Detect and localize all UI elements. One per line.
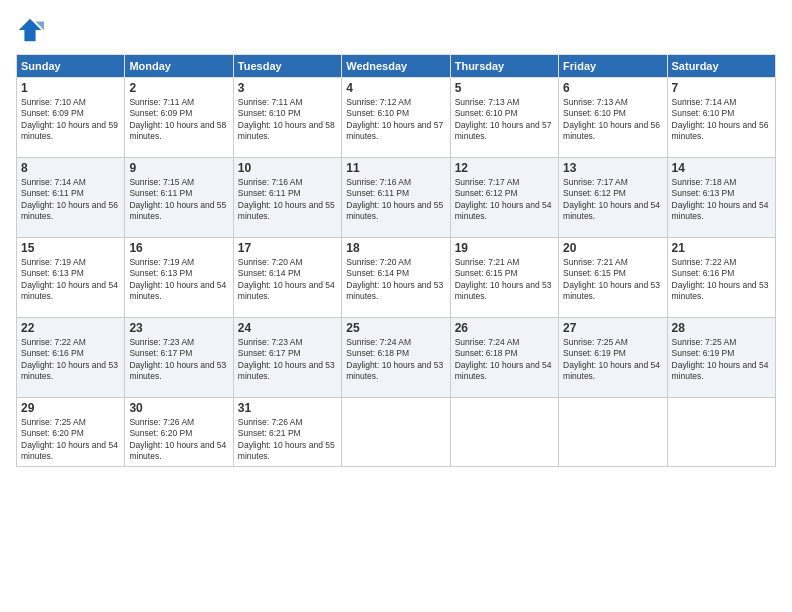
calendar-cell: 24 Sunrise: 7:23 AM Sunset: 6:17 PM Dayl…	[233, 318, 341, 398]
week-row-1: 1 Sunrise: 7:10 AM Sunset: 6:09 PM Dayli…	[17, 78, 776, 158]
day-info: Sunrise: 7:13 AM Sunset: 6:10 PM Dayligh…	[455, 97, 554, 143]
day-number: 16	[129, 241, 228, 255]
calendar-cell: 4 Sunrise: 7:12 AM Sunset: 6:10 PM Dayli…	[342, 78, 450, 158]
day-number: 13	[563, 161, 662, 175]
calendar-cell: 5 Sunrise: 7:13 AM Sunset: 6:10 PM Dayli…	[450, 78, 558, 158]
day-info: Sunrise: 7:18 AM Sunset: 6:13 PM Dayligh…	[672, 177, 771, 223]
day-number: 27	[563, 321, 662, 335]
calendar-header-row: SundayMondayTuesdayWednesdayThursdayFrid…	[17, 55, 776, 78]
calendar-cell: 26 Sunrise: 7:24 AM Sunset: 6:18 PM Dayl…	[450, 318, 558, 398]
calendar-cell: 12 Sunrise: 7:17 AM Sunset: 6:12 PM Dayl…	[450, 158, 558, 238]
day-info: Sunrise: 7:19 AM Sunset: 6:13 PM Dayligh…	[21, 257, 120, 303]
day-info: Sunrise: 7:11 AM Sunset: 6:09 PM Dayligh…	[129, 97, 228, 143]
calendar-cell: 3 Sunrise: 7:11 AM Sunset: 6:10 PM Dayli…	[233, 78, 341, 158]
day-number: 12	[455, 161, 554, 175]
calendar-cell	[667, 398, 775, 467]
day-info: Sunrise: 7:14 AM Sunset: 6:11 PM Dayligh…	[21, 177, 120, 223]
header-sunday: Sunday	[17, 55, 125, 78]
day-info: Sunrise: 7:21 AM Sunset: 6:15 PM Dayligh…	[563, 257, 662, 303]
calendar-cell	[559, 398, 667, 467]
calendar-cell: 1 Sunrise: 7:10 AM Sunset: 6:09 PM Dayli…	[17, 78, 125, 158]
day-info: Sunrise: 7:16 AM Sunset: 6:11 PM Dayligh…	[346, 177, 445, 223]
calendar-cell: 30 Sunrise: 7:26 AM Sunset: 6:20 PM Dayl…	[125, 398, 233, 467]
day-info: Sunrise: 7:17 AM Sunset: 6:12 PM Dayligh…	[563, 177, 662, 223]
day-number: 2	[129, 81, 228, 95]
logo	[16, 16, 48, 44]
day-info: Sunrise: 7:20 AM Sunset: 6:14 PM Dayligh…	[238, 257, 337, 303]
day-number: 15	[21, 241, 120, 255]
day-info: Sunrise: 7:24 AM Sunset: 6:18 PM Dayligh…	[455, 337, 554, 383]
day-number: 10	[238, 161, 337, 175]
day-number: 3	[238, 81, 337, 95]
calendar-cell: 28 Sunrise: 7:25 AM Sunset: 6:19 PM Dayl…	[667, 318, 775, 398]
calendar-cell: 17 Sunrise: 7:20 AM Sunset: 6:14 PM Dayl…	[233, 238, 341, 318]
day-info: Sunrise: 7:11 AM Sunset: 6:10 PM Dayligh…	[238, 97, 337, 143]
calendar-cell: 31 Sunrise: 7:26 AM Sunset: 6:21 PM Dayl…	[233, 398, 341, 467]
calendar-table: SundayMondayTuesdayWednesdayThursdayFrid…	[16, 54, 776, 467]
header-friday: Friday	[559, 55, 667, 78]
day-info: Sunrise: 7:24 AM Sunset: 6:18 PM Dayligh…	[346, 337, 445, 383]
day-number: 25	[346, 321, 445, 335]
day-number: 11	[346, 161, 445, 175]
calendar-cell: 9 Sunrise: 7:15 AM Sunset: 6:11 PM Dayli…	[125, 158, 233, 238]
day-info: Sunrise: 7:23 AM Sunset: 6:17 PM Dayligh…	[238, 337, 337, 383]
day-number: 4	[346, 81, 445, 95]
header-thursday: Thursday	[450, 55, 558, 78]
day-number: 5	[455, 81, 554, 95]
day-info: Sunrise: 7:10 AM Sunset: 6:09 PM Dayligh…	[21, 97, 120, 143]
day-number: 23	[129, 321, 228, 335]
calendar-cell: 20 Sunrise: 7:21 AM Sunset: 6:15 PM Dayl…	[559, 238, 667, 318]
day-info: Sunrise: 7:19 AM Sunset: 6:13 PM Dayligh…	[129, 257, 228, 303]
calendar-cell: 25 Sunrise: 7:24 AM Sunset: 6:18 PM Dayl…	[342, 318, 450, 398]
day-number: 6	[563, 81, 662, 95]
day-info: Sunrise: 7:22 AM Sunset: 6:16 PM Dayligh…	[672, 257, 771, 303]
week-row-3: 15 Sunrise: 7:19 AM Sunset: 6:13 PM Dayl…	[17, 238, 776, 318]
day-number: 9	[129, 161, 228, 175]
calendar-cell: 8 Sunrise: 7:14 AM Sunset: 6:11 PM Dayli…	[17, 158, 125, 238]
day-number: 1	[21, 81, 120, 95]
calendar-cell: 19 Sunrise: 7:21 AM Sunset: 6:15 PM Dayl…	[450, 238, 558, 318]
calendar-cell: 27 Sunrise: 7:25 AM Sunset: 6:19 PM Dayl…	[559, 318, 667, 398]
week-row-4: 22 Sunrise: 7:22 AM Sunset: 6:16 PM Dayl…	[17, 318, 776, 398]
day-number: 22	[21, 321, 120, 335]
header-tuesday: Tuesday	[233, 55, 341, 78]
day-number: 14	[672, 161, 771, 175]
header-wednesday: Wednesday	[342, 55, 450, 78]
calendar-cell: 2 Sunrise: 7:11 AM Sunset: 6:09 PM Dayli…	[125, 78, 233, 158]
day-number: 18	[346, 241, 445, 255]
calendar-cell: 22 Sunrise: 7:22 AM Sunset: 6:16 PM Dayl…	[17, 318, 125, 398]
calendar-cell: 6 Sunrise: 7:13 AM Sunset: 6:10 PM Dayli…	[559, 78, 667, 158]
day-info: Sunrise: 7:16 AM Sunset: 6:11 PM Dayligh…	[238, 177, 337, 223]
header-monday: Monday	[125, 55, 233, 78]
calendar-cell: 14 Sunrise: 7:18 AM Sunset: 6:13 PM Dayl…	[667, 158, 775, 238]
calendar-cell: 11 Sunrise: 7:16 AM Sunset: 6:11 PM Dayl…	[342, 158, 450, 238]
day-number: 28	[672, 321, 771, 335]
day-number: 31	[238, 401, 337, 415]
day-number: 20	[563, 241, 662, 255]
day-number: 7	[672, 81, 771, 95]
calendar-cell: 21 Sunrise: 7:22 AM Sunset: 6:16 PM Dayl…	[667, 238, 775, 318]
calendar-cell: 10 Sunrise: 7:16 AM Sunset: 6:11 PM Dayl…	[233, 158, 341, 238]
day-number: 29	[21, 401, 120, 415]
day-number: 17	[238, 241, 337, 255]
week-row-5: 29 Sunrise: 7:25 AM Sunset: 6:20 PM Dayl…	[17, 398, 776, 467]
day-info: Sunrise: 7:15 AM Sunset: 6:11 PM Dayligh…	[129, 177, 228, 223]
day-info: Sunrise: 7:21 AM Sunset: 6:15 PM Dayligh…	[455, 257, 554, 303]
calendar-cell: 15 Sunrise: 7:19 AM Sunset: 6:13 PM Dayl…	[17, 238, 125, 318]
day-number: 8	[21, 161, 120, 175]
day-info: Sunrise: 7:13 AM Sunset: 6:10 PM Dayligh…	[563, 97, 662, 143]
calendar-cell: 16 Sunrise: 7:19 AM Sunset: 6:13 PM Dayl…	[125, 238, 233, 318]
day-info: Sunrise: 7:12 AM Sunset: 6:10 PM Dayligh…	[346, 97, 445, 143]
calendar-cell: 18 Sunrise: 7:20 AM Sunset: 6:14 PM Dayl…	[342, 238, 450, 318]
week-row-2: 8 Sunrise: 7:14 AM Sunset: 6:11 PM Dayli…	[17, 158, 776, 238]
day-number: 19	[455, 241, 554, 255]
header-saturday: Saturday	[667, 55, 775, 78]
day-info: Sunrise: 7:17 AM Sunset: 6:12 PM Dayligh…	[455, 177, 554, 223]
day-info: Sunrise: 7:22 AM Sunset: 6:16 PM Dayligh…	[21, 337, 120, 383]
day-info: Sunrise: 7:14 AM Sunset: 6:10 PM Dayligh…	[672, 97, 771, 143]
day-number: 30	[129, 401, 228, 415]
day-number: 21	[672, 241, 771, 255]
calendar-cell	[450, 398, 558, 467]
day-info: Sunrise: 7:25 AM Sunset: 6:20 PM Dayligh…	[21, 417, 120, 463]
day-number: 26	[455, 321, 554, 335]
